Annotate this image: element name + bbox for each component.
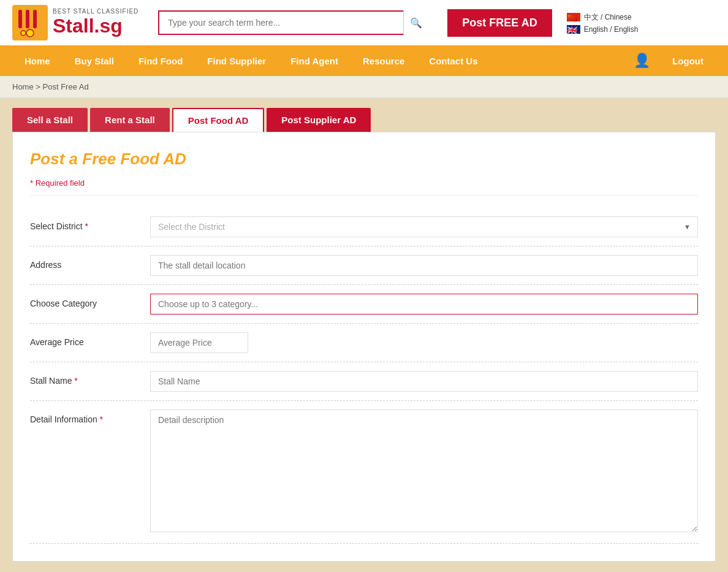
tab-sell-stall[interactable]: Sell a Stall [12,108,88,132]
average-price-row: Average Price [30,324,698,362]
logo-link[interactable]: BEST STALL CLASSIFIED Stall.sg [12,5,138,40]
stall-name-input[interactable] [150,371,698,392]
average-price-field [150,332,698,353]
breadcrumb-separator: > [36,82,40,91]
average-price-label: Average Price [30,332,140,347]
form-container: Post a Free Food AD * Required field Sel… [12,132,716,562]
breadcrumb: Home > Post Free Ad [0,76,728,98]
tab-rent-stall[interactable]: Rent a Stall [90,108,170,132]
district-label: Select District * [30,216,140,231]
logo-subtitle: BEST STALL CLASSIFIED [53,8,138,15]
search-input[interactable] [158,10,428,35]
svg-rect-2 [26,10,29,28]
stall-name-field [150,371,698,392]
language-selector: 中文 / Chinese English / English [567,12,639,34]
address-input[interactable] [150,255,698,276]
nav-find-food[interactable]: Find Food [126,46,195,76]
breadcrumb-current: Post Free Ad [43,82,89,91]
logo-title: Stall.sg [53,15,138,37]
district-row: Select District * Select the District [30,208,698,246]
logo-text: BEST STALL CLASSIFIED Stall.sg [53,8,138,37]
tabs-bar: Sell a Stall Rent a Stall Post Food AD P… [0,98,728,132]
search-bar: 🔍 [158,10,428,35]
header: BEST STALL CLASSIFIED Stall.sg 🔍 Post FR… [0,0,728,45]
nav-logout[interactable]: Logout [660,46,716,76]
average-price-input[interactable] [150,332,248,353]
required-note: * Required field [30,178,698,196]
category-field [150,294,698,315]
search-icon: 🔍 [410,17,422,29]
district-select[interactable]: Select the District [150,216,698,237]
form-title: Post a Free Food AD [30,150,698,169]
address-field [150,255,698,276]
breadcrumb-home[interactable]: Home [12,82,34,91]
category-row: Choose Category [30,285,698,324]
stall-name-row: Stall Name * [30,362,698,401]
svg-point-5 [21,31,26,36]
stall-name-label: Stall Name * [30,371,140,386]
search-button[interactable]: 🔍 [403,10,428,35]
post-free-ad-button[interactable]: Post FREE AD [447,9,552,37]
address-label: Address [30,255,140,270]
detail-info-textarea[interactable] [150,410,698,532]
lang-chinese-label: 中文 / Chinese [584,12,632,23]
nav-home[interactable]: Home [12,46,63,76]
svg-point-4 [26,29,34,37]
nav-find-agent[interactable]: Find Agent [278,46,351,76]
navbar: Home Buy Stall Find Food Find Supplier F… [0,45,728,76]
nav-buy-stall[interactable]: Buy Stall [63,46,126,76]
stall-name-required-mark: * [74,376,77,386]
flag-uk-icon [567,25,580,34]
detail-info-field [150,410,698,535]
category-input[interactable] [150,294,698,315]
address-row: Address [30,246,698,285]
lang-english-label: English / English [584,25,639,34]
nav-find-supplier[interactable]: Find Supplier [195,46,278,76]
nav-resource[interactable]: Resource [351,46,417,76]
lang-chinese[interactable]: 中文 / Chinese [567,12,639,23]
flag-china-icon [567,13,580,21]
user-icon[interactable]: 👤 [624,45,660,76]
detail-info-row: Detail Information * [30,401,698,544]
category-label: Choose Category [30,294,140,308]
detail-info-label: Detail Information * [30,410,140,424]
logo-icon [12,5,48,40]
tab-post-supplier-ad[interactable]: Post Supplier AD [267,108,371,132]
district-required-mark: * [85,221,88,231]
lang-english[interactable]: English / English [567,25,639,34]
district-field: Select the District [150,216,698,237]
detail-info-required-mark: * [100,414,103,424]
svg-rect-1 [18,10,22,28]
tab-post-food-ad[interactable]: Post Food AD [172,108,265,132]
nav-contact-us[interactable]: Contact Us [417,46,490,76]
svg-rect-3 [33,10,37,28]
